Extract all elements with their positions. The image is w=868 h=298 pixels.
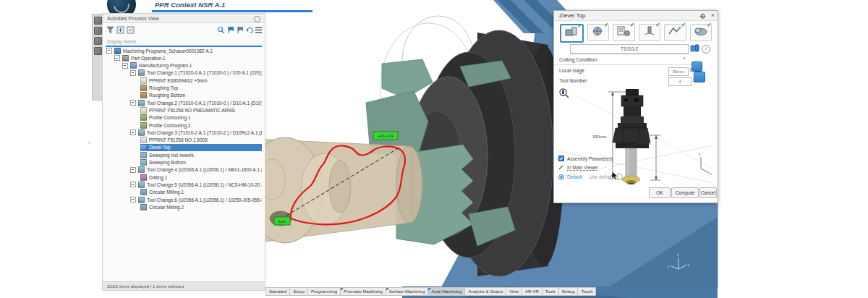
profile-contouring-icon — [140, 114, 147, 121]
tree-item[interactable]: Tool Change.2 (T1010-0 A.1 (T1010-0.) / … — [130, 99, 262, 106]
tree-item[interactable]: Roughing Top — [140, 85, 262, 92]
tree-item[interactable]: Profile Contouring.2 — [140, 122, 262, 129]
svg-text:150mm: 150mm — [592, 135, 607, 139]
sweeping-icon — [140, 159, 147, 166]
machining-programs-icon — [114, 48, 121, 54]
tree-item[interactable]: Manufacturing Program.1 — [122, 62, 262, 69]
actionbar-tab-standard[interactable]: Standard — [265, 287, 290, 296]
dialog-title: Zlevel Top — [554, 11, 718, 21]
tool-change-icon — [138, 69, 145, 76]
list-view-icon[interactable] — [255, 26, 263, 34]
tab-tool-axis-icon[interactable]: ✓ — [639, 24, 661, 41]
tab-macros-icon[interactable]: ✓ — [664, 24, 686, 41]
expander-icon[interactable] — [114, 55, 120, 61]
tab-geometry-icon[interactable]: ✓ — [560, 24, 584, 43]
tree-item[interactable]: PPRINT E080094/02 +5mm — [140, 77, 262, 84]
local-gage-spinner[interactable]: ▲▼ — [689, 67, 693, 73]
expander-icon[interactable] — [130, 167, 136, 173]
expander-icon[interactable] — [122, 63, 128, 69]
actionbar-tab-view[interactable]: View — [506, 287, 522, 296]
condition-gear-icon[interactable] — [692, 61, 702, 72]
tool-name-field[interactable]: T1010-2 — [570, 44, 689, 54]
profile-contouring-icon — [140, 122, 147, 129]
flag-filter-icon[interactable] — [227, 26, 235, 34]
flag-icon[interactable] — [237, 26, 244, 34]
cancel-button[interactable]: Cancel — [699, 187, 717, 198]
note-icon[interactable] — [94, 37, 102, 45]
expander-icon[interactable] — [130, 70, 136, 76]
expand-all-icon[interactable] — [116, 26, 124, 34]
tree-item[interactable]: Tool Change.3 (T1010-2 A.1 (T1010-2.) / … — [130, 129, 262, 136]
expander-icon[interactable] — [130, 129, 136, 135]
tool-select-icon[interactable] — [690, 44, 699, 53]
history-tree-icon[interactable] — [94, 17, 102, 25]
tree-item[interactable]: Sweeping Incl rework — [140, 151, 262, 158]
tree-item-selected[interactable]: Zlevel Top — [140, 144, 262, 151]
expander-icon[interactable] — [106, 48, 112, 54]
actionbar-tab-surface-machining[interactable]: Surface Machining — [386, 287, 429, 296]
svg-text:1µm: 1µm — [278, 219, 286, 224]
tree-item[interactable]: Roughing Bottom — [140, 92, 262, 99]
pprint-icon — [140, 107, 147, 114]
collapse-all-icon[interactable] — [127, 26, 135, 34]
tool-number-label: Tool Number — [559, 78, 587, 83]
tree-item[interactable]: Circular Milling.2 — [140, 203, 262, 210]
panel-options-icon[interactable] — [254, 16, 260, 22]
refresh-icon[interactable] — [246, 26, 254, 34]
tree-item[interactable]: PPRINT F51258 NO PNEUMATIC ARMS — [140, 106, 262, 114]
filter-icon[interactable] — [106, 26, 114, 34]
search-icon[interactable] — [217, 26, 225, 34]
expander-icon[interactable] — [130, 182, 136, 187]
tab-feeds-speeds-icon[interactable]: ✓ — [613, 24, 635, 41]
grid-icon[interactable] — [94, 47, 102, 55]
tree-item[interactable]: Profile Contouring.1 — [140, 114, 262, 122]
tree-item[interactable]: Tool Change.4 (U2006 A.1 (U2006.1) / M6x… — [130, 166, 262, 174]
tree-item[interactable]: Tool Change.5 (U2056 A.1 (U2056.1) / NC5… — [130, 181, 262, 188]
actionbar-tab-tools[interactable]: Tools — [542, 287, 559, 296]
assembly-parameters-checkbox[interactable] — [558, 156, 564, 161]
ppr-context-tab[interactable]: PPR Context NSR A.1 — [155, 1, 225, 9]
tool-number-input[interactable]: 4 — [668, 77, 692, 86]
compute-button[interactable]: Compute — [671, 187, 699, 198]
zlevel-dialog: Zlevel Top × ✓ ✓ ✓ ✓ — [553, 10, 718, 203]
cutting-condition-add-icon[interactable]: + — [683, 56, 686, 61]
tab-strategy-icon[interactable]: ✓ — [587, 24, 610, 41]
panel-collapse-icon[interactable]: ‹ — [88, 139, 90, 146]
actionbar-tab-programming[interactable]: Programming — [308, 287, 341, 296]
actionbar-tab-setup[interactable]: Setup — [290, 287, 308, 296]
tree-item[interactable]: Tool Change.6 (U2056 A.1 (U2056.1) / 102… — [130, 196, 262, 203]
dialog-gear-icon[interactable] — [699, 13, 706, 20]
action-bar: Standard Setup Programming Prismatic Mac… — [265, 287, 596, 296]
tree-item[interactable]: Circular Milling.1 — [140, 189, 262, 196]
expander-icon[interactable] — [130, 197, 136, 203]
actionbar-tab-prismatic-machining[interactable]: Prismatic Machining — [341, 287, 386, 296]
manufacturing-program-icon — [130, 62, 137, 69]
ok-button[interactable]: OK — [649, 187, 671, 198]
in-main-viewer-link[interactable]: In Main Viewer — [567, 165, 598, 170]
tool-number-spinner[interactable]: ▲▼ — [692, 77, 696, 83]
tree-status-bar: 22/22 items displayed | 1 items selected — [103, 281, 265, 290]
pprint-icon — [140, 77, 147, 84]
dialog-close-icon[interactable]: × — [711, 12, 715, 19]
feature-tag[interactable]: 1µm — [274, 217, 290, 225]
info-icon[interactable]: i — [702, 45, 710, 54]
tree-item[interactable]: PPRINT F51258 NO.1.5005 — [140, 137, 262, 144]
tree-item[interactable]: Machining Programs_Schauer0001982 A.1 — [106, 47, 262, 54]
cutting-condition-label: Cutting Condition — [559, 57, 597, 62]
tree-item[interactable]: Part Operation.1 — [114, 54, 262, 61]
tree-item[interactable]: Sweeping Bottom — [140, 159, 262, 166]
actionbar-tab-touch[interactable]: Touch — [578, 287, 596, 296]
feature-tag[interactable]: +X1 +Y4 — [373, 132, 398, 140]
actionbar-tab-axial-machining[interactable]: Axial Machining — [428, 287, 465, 296]
default-radio[interactable] — [558, 174, 564, 180]
local-gage-input[interactable]: 90mm — [668, 67, 689, 76]
use-defined-option[interactable]: Use defined — [590, 174, 615, 179]
gear-icon[interactable] — [94, 27, 102, 35]
expander-icon[interactable] — [130, 100, 136, 106]
actionbar-tab-debug[interactable]: Debug — [559, 287, 579, 296]
actionbar-tab-analysis-output[interactable]: Analysis & Output — [465, 287, 506, 296]
actionbar-tab-ar-vr[interactable]: AR-VR — [522, 287, 542, 296]
tree-item[interactable]: Tool Change.1 (T1020-0 A.1 (T1020-0.) / … — [130, 69, 262, 77]
tab-output-icon[interactable]: ✓ — [690, 24, 712, 41]
tree-item[interactable]: Drilling.1 — [140, 174, 262, 181]
